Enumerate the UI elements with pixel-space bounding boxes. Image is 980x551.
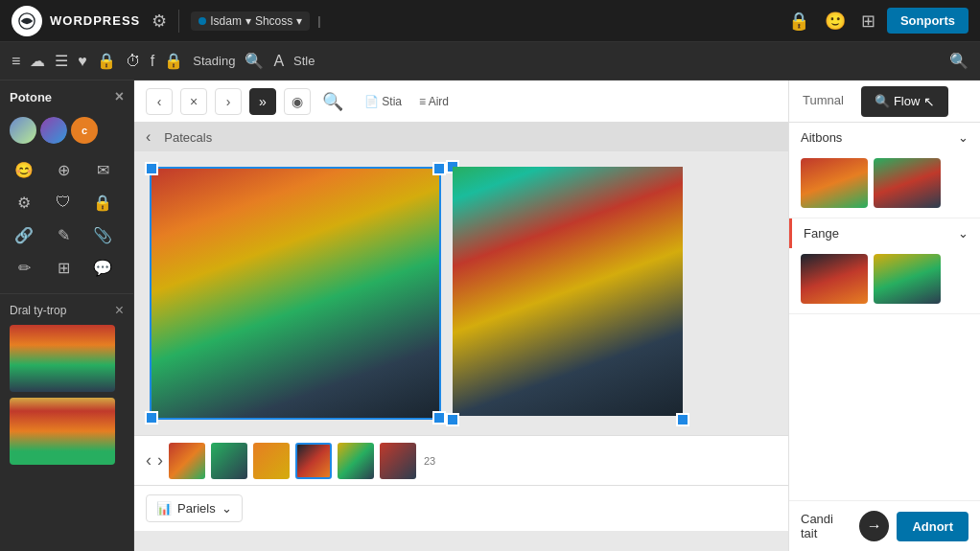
sidebar-title: Potone <box>10 90 52 104</box>
sidebar-header: Potone × <box>0 80 133 113</box>
zoom-icon[interactable]: 🔍 <box>322 91 343 112</box>
filmstrip-thumb-1[interactable] <box>169 443 205 479</box>
right-panel: Tumnal 🔍 Flow ↖ Aitbons ⌄ Fange ⌄ <box>788 80 980 551</box>
avatar-photo[interactable] <box>40 117 67 144</box>
fange-thumb-1[interactable] <box>801 254 868 304</box>
lock-icon[interactable]: 🔒 <box>784 7 813 35</box>
cursor-icon: ↖ <box>923 94 935 109</box>
handle-tl[interactable] <box>145 162 158 175</box>
sidebar-icon-clip[interactable]: 📎 <box>88 220 117 249</box>
filmstrip-thumb-2[interactable] <box>211 443 247 479</box>
aitbons-header[interactable]: Aitbons ⌄ <box>789 123 980 152</box>
drag-section: Dral ty-trop × <box>0 293 133 472</box>
chevron-down-icon: ▾ <box>245 14 251 28</box>
nav-close-button[interactable]: × <box>180 88 207 115</box>
aird-button[interactable]: ≡ Aird <box>413 93 455 110</box>
handle-br[interactable] <box>432 411 446 425</box>
tab-flow[interactable]: 🔍 Flow ↖ <box>861 86 948 117</box>
sidebar-icon-pencil[interactable]: ✏ <box>10 253 38 282</box>
avatar-c[interactable]: c <box>71 117 98 144</box>
sidebar-icon-shield[interactable]: 🛡 <box>49 188 78 217</box>
panels-chevron-icon: ⌄ <box>222 501 232 516</box>
style-label[interactable]: Stle <box>293 54 315 68</box>
nav-separator-text: | <box>317 13 320 28</box>
sidebar-icon-mail[interactable]: ✉ <box>88 155 117 184</box>
search-icon[interactable]: 🔍 <box>245 52 264 70</box>
drag-header: Dral ty-trop × <box>10 302 124 319</box>
user-dropdown[interactable]: Isdam ▾ Shcoss ▾ <box>191 11 310 31</box>
sidebar-icons-grid: 😊 ⊕ ✉ ⚙ 🛡 🔒 🔗 ✎ 📎 ✏ ⊞ 💬 <box>0 151 133 286</box>
search-icon-tab: 🔍 <box>875 94 890 108</box>
avatar-blue[interactable] <box>10 117 36 144</box>
nav-expand-button[interactable]: » <box>249 88 276 115</box>
drag-thumb-2[interactable] <box>10 398 115 465</box>
image-secondary <box>453 167 683 416</box>
sidebar-icon-bubble[interactable]: 💬 <box>88 253 117 282</box>
drag-thumb-1[interactable] <box>10 325 115 392</box>
handle2-bl[interactable] <box>446 413 459 426</box>
fange-thumbs <box>789 248 980 313</box>
staging-icon[interactable]: 🔒 <box>164 52 183 70</box>
secondary-toolbar: ≡ ☁ ☰ ♥ 🔒 ⏱ f 🔒 Stading 🔍 A Stle 🔍 <box>0 42 980 80</box>
sidebar-icon-grid[interactable]: ⊞ <box>49 253 78 282</box>
lock-icon2[interactable]: 🔒 <box>97 52 116 70</box>
drag-title: Dral ty-trop <box>10 304 66 317</box>
aitbons-thumb-1[interactable] <box>801 158 868 208</box>
breadcrumb-bar: ‹ Patecals <box>134 123 788 151</box>
facebook-icon[interactable]: f <box>151 53 154 70</box>
filmstrip-thumb-6[interactable] <box>380 443 416 479</box>
tab-flow-label: Flow <box>894 94 920 108</box>
stia-button[interactable]: 📄 Stia <box>359 93 408 110</box>
filmstrip-thumb-5[interactable] <box>338 443 374 479</box>
aitbons-thumb-2[interactable] <box>874 158 941 208</box>
nav-circle-button[interactable]: ◉ <box>284 88 311 115</box>
sidebar-icon-link[interactable]: 🔗 <box>10 220 38 249</box>
wp-logo[interactable] <box>12 6 42 36</box>
filmstrip-prev-button[interactable]: ‹ <box>146 450 152 471</box>
user-name: Isdam <box>210 14 242 28</box>
sidebar-icon-search[interactable]: ⊕ <box>49 155 78 184</box>
candi-arrow-button[interactable]: → <box>859 511 889 541</box>
filmstrip-thumb-4[interactable] <box>295 443 332 479</box>
settings-search-icon[interactable]: 🔍 <box>949 52 968 70</box>
sidebar-icon-smile[interactable]: 😊 <box>10 155 38 184</box>
grid-icon[interactable]: ⊞ <box>857 7 879 35</box>
staging-label[interactable]: Stading <box>193 54 235 68</box>
smiley-icon[interactable]: 🙂 <box>821 7 850 35</box>
fange-thumb-2[interactable] <box>874 254 941 304</box>
fange-header[interactable]: Fange ⌄ <box>789 218 980 248</box>
sidebar-close-icon[interactable]: × <box>115 88 124 105</box>
style-icon[interactable]: A <box>273 53 284 70</box>
nav-forward-button[interactable]: › <box>215 88 242 115</box>
handle-tr[interactable] <box>432 162 446 175</box>
adnort-button[interactable]: Adnort <box>897 512 968 541</box>
right-panel-bottom: Candi tait → Adnort <box>789 500 980 551</box>
drag-close-icon[interactable]: × <box>115 302 124 319</box>
list-icon[interactable]: ☰ <box>55 52 68 70</box>
sidebar-icon-lock[interactable]: 🔒 <box>88 188 117 217</box>
cloud-icon[interactable]: ☁ <box>30 52 45 70</box>
handle2-br[interactable] <box>676 413 689 426</box>
bottom-bar: 📊 Pariels ⌄ <box>134 485 788 531</box>
project-chevron-icon: ▾ <box>296 14 302 28</box>
image-frame-secondary[interactable] <box>453 167 683 420</box>
filmstrip-next-button[interactable]: › <box>157 450 163 471</box>
panels-button[interactable]: 📊 Pariels ⌄ <box>146 494 243 522</box>
image-frame-main[interactable] <box>150 167 441 420</box>
filmstrip-thumb-3[interactable] <box>253 443 290 479</box>
sidebar-icon-gear[interactable]: ⚙ <box>10 188 38 217</box>
nav-back-button[interactable]: ‹ <box>146 88 173 115</box>
aitbons-label: Aitbons <box>801 130 842 145</box>
main-layout: Potone × c 😊 ⊕ ✉ ⚙ 🛡 🔒 🔗 ✎ 📎 ✏ ⊞ 💬 <box>0 80 980 551</box>
handle-bl[interactable] <box>145 411 158 425</box>
heart-icon[interactable]: ♥ <box>78 53 87 70</box>
timer-icon[interactable]: ⏱ <box>126 53 141 70</box>
aitbons-section: Aitbons ⌄ <box>789 123 980 218</box>
sidebar-icon-pen[interactable]: ✎ <box>49 220 78 249</box>
menu-icon[interactable]: ≡ <box>12 53 20 70</box>
tab-tumnal[interactable]: Tumnal <box>789 85 857 117</box>
gear-icon[interactable]: ⚙ <box>152 11 167 32</box>
sidebar-avatars: c <box>0 113 133 151</box>
support-button[interactable]: Sonports <box>887 8 968 34</box>
breadcrumb-back-icon[interactable]: ‹ <box>146 128 151 146</box>
